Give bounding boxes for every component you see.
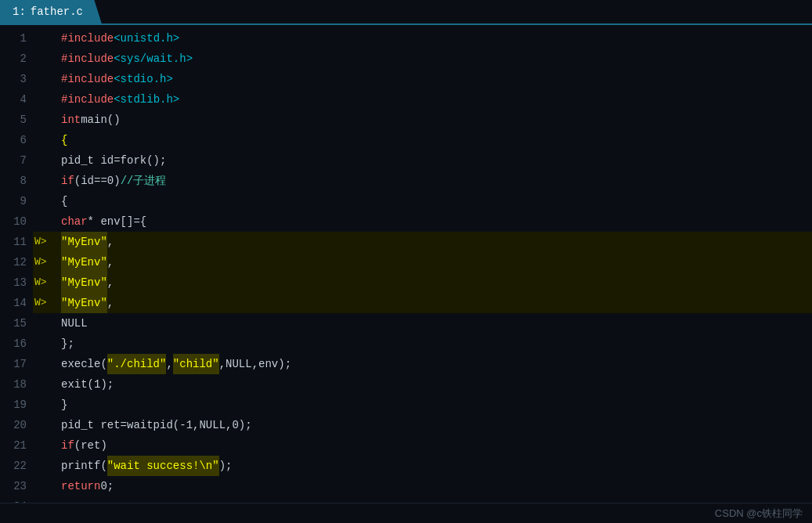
gutter-cell — [33, 211, 61, 232]
code-line: printf("wait success!\n"); — [61, 456, 812, 476]
line-number: 2 — [0, 49, 27, 69]
code-line: #include <unistd.h> — [61, 28, 812, 49]
tab-filename: father.c — [31, 5, 83, 18]
line-number: 4 — [0, 89, 27, 110]
code-line: int main() — [61, 110, 812, 130]
footer: CSDN @c铁柱同学 — [0, 503, 812, 523]
editor: 1: father.c 1234567891011121314151617181… — [0, 0, 812, 523]
gutter-cell — [33, 496, 61, 503]
gutter-cell — [33, 130, 61, 150]
tab-father-c[interactable]: 1: father.c — [0, 0, 102, 24]
gutter-column: W>W>W>W> — [33, 28, 61, 500]
line-number: 9 — [0, 191, 27, 211]
code-line: NULL — [61, 313, 812, 334]
gutter-cell — [33, 89, 61, 110]
line-number: 24 — [0, 496, 27, 503]
tab-bar: 1: father.c — [0, 0, 812, 25]
gutter-cell — [33, 456, 61, 476]
code-line: "MyEnv", — [61, 252, 812, 272]
code-line: { — [61, 191, 812, 211]
gutter-cell: W> — [33, 293, 61, 313]
gutter-cell — [33, 334, 61, 354]
line-number: 13 — [0, 272, 27, 293]
gutter-cell — [33, 374, 61, 395]
code-line: "MyEnv", — [61, 272, 812, 293]
code-line: exit(1); — [61, 374, 812, 395]
code-line: }; — [61, 334, 812, 354]
line-numbers: 123456789101112131415161718192021222324 — [0, 28, 33, 500]
gutter-cell: W> — [33, 232, 61, 252]
gutter-cell — [33, 415, 61, 435]
gutter-cell — [33, 476, 61, 496]
code-line: execle("./child","child",NULL,env); — [61, 354, 812, 374]
line-number: 21 — [0, 435, 27, 456]
gutter-cell — [33, 110, 61, 130]
code-area: 123456789101112131415161718192021222324 … — [0, 25, 812, 503]
gutter-cell — [33, 49, 61, 69]
line-number: 18 — [0, 374, 27, 395]
line-number: 19 — [0, 395, 27, 415]
line-number: 6 — [0, 130, 27, 150]
line-number: 3 — [0, 69, 27, 89]
code-lines: #include <unistd.h>#include <sys/wait.h>… — [61, 28, 812, 500]
line-number: 17 — [0, 354, 27, 374]
tab-number: 1: — [13, 5, 26, 18]
gutter-cell — [33, 313, 61, 334]
code-line: #include <sys/wait.h> — [61, 49, 812, 69]
gutter-cell — [33, 354, 61, 374]
gutter-cell — [33, 69, 61, 89]
line-number: 14 — [0, 293, 27, 313]
code-line: "MyEnv", — [61, 293, 812, 313]
code-line: } — [61, 395, 812, 415]
line-number: 15 — [0, 313, 27, 334]
footer-credit: CSDN @c铁柱同学 — [715, 507, 803, 521]
code-line: pid_t id=fork(); — [61, 150, 812, 171]
code-line: if(ret) — [61, 435, 812, 456]
gutter-cell: W> — [33, 252, 61, 272]
code-line: } — [61, 496, 812, 500]
line-number: 20 — [0, 415, 27, 435]
code-line: pid_t ret=waitpid(-1,NULL,0); — [61, 415, 812, 435]
gutter-cell: W> — [33, 272, 61, 293]
gutter-cell — [33, 171, 61, 191]
line-number: 1 — [0, 28, 27, 49]
gutter-cell — [33, 28, 61, 49]
line-number: 10 — [0, 211, 27, 232]
gutter-cell — [33, 150, 61, 171]
code-line: { — [61, 130, 812, 150]
gutter-cell — [33, 435, 61, 456]
code-line: "MyEnv", — [61, 232, 812, 252]
line-number: 11 — [0, 232, 27, 252]
code-line: #include <stdio.h> — [61, 69, 812, 89]
line-number: 7 — [0, 150, 27, 171]
line-number: 8 — [0, 171, 27, 191]
line-number: 22 — [0, 456, 27, 476]
line-number: 5 — [0, 110, 27, 130]
code-line: return 0; — [61, 476, 812, 496]
code-line: char* env[]={ — [61, 211, 812, 232]
line-number: 23 — [0, 476, 27, 496]
line-number: 12 — [0, 252, 27, 272]
code-line: if(id==0)//子进程 — [61, 171, 812, 191]
gutter-cell — [33, 395, 61, 415]
line-number: 16 — [0, 334, 27, 354]
code-line: #include <stdlib.h> — [61, 89, 812, 110]
gutter-cell — [33, 191, 61, 211]
